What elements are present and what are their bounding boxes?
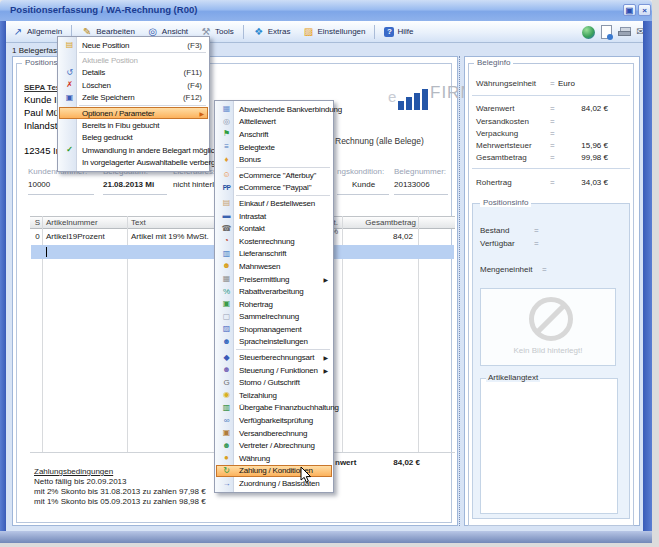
col-header-s[interactable]: S — [33, 218, 42, 227]
menu-item-storno-gutschrift[interactable]: GStorno / Gutschrift — [216, 376, 332, 389]
col-header-artikelnummer[interactable]: Artikelnummer — [46, 218, 98, 227]
toolbar-button-extras[interactable]: ❖Extras — [247, 25, 297, 39]
gesamtbetrag-row: Gesamtbetrag = 99,98 € — [476, 153, 608, 163]
menu-item-intrastat[interactable]: ▬Intrastat — [216, 210, 332, 223]
menu-item-steuerung-funktionen[interactable]: ☻Steuerung / Funktionen▶ — [216, 364, 332, 377]
window-shadow-bottom — [0, 543, 652, 547]
zahlungskondition-value: Kunde — [352, 180, 375, 189]
menu-item-aktuelle-position[interactable]: Aktuelle Position — [59, 54, 208, 66]
title-bar[interactable]: Positionserfassung / WA-Rechnung (R00) — [0, 0, 652, 22]
menu-item-teilzahlung[interactable]: ◉Teilzahlung — [216, 389, 332, 402]
verfuegbar-row: Verfügbar = — [480, 239, 600, 249]
currency-coin-icon: ● — [218, 454, 235, 462]
row-cell-s[interactable]: 0 — [33, 232, 42, 241]
col-header-text[interactable]: Text — [131, 218, 146, 227]
panel-splitter[interactable] — [459, 56, 463, 526]
belegnummer-value: 20133006 — [394, 180, 430, 189]
menu-item-label: Zeile Speichern — [78, 93, 135, 102]
menu-item-lieferanschrift[interactable]: ▥Lieferanschrift — [216, 248, 332, 261]
address-flag-icon: ⚑ — [218, 130, 235, 138]
menu-item-beleg-gedruckt[interactable]: Beleg gedruckt — [59, 132, 208, 144]
field-underline — [28, 194, 94, 195]
verpackung-row: Verpackung = — [476, 129, 608, 139]
mengeneinheit-row: Mengeneinheit = — [480, 265, 600, 275]
menu-shortcut: (F4) — [187, 81, 208, 90]
shop-icon: ▨ — [218, 325, 235, 333]
document-icon[interactable] — [601, 25, 612, 39]
menu-item-details[interactable]: ↺Details(F11) — [59, 67, 208, 79]
menu-item-belegtexte[interactable]: ≡Belegtexte — [216, 141, 332, 154]
menu-item-rohertrag[interactable]: ▣Rohertrag — [216, 298, 332, 311]
equals-sign: = — [550, 117, 555, 126]
row-cell-gesamtbetrag[interactable]: 84,02 — [345, 232, 413, 241]
equals-sign: = — [534, 239, 539, 248]
toolbar-separator — [374, 25, 375, 39]
mouse-cursor — [300, 466, 312, 484]
menu-item-bergabe-finanzbuchhaltung[interactable]: ▥Übergabe Finanzbuchhaltung — [216, 402, 332, 415]
menu-item-umwandlung-in-andere-belegart-m-glich[interactable]: ✓Umwandlung in andere Belegart möglich — [59, 144, 208, 156]
equals-sign: = — [542, 265, 547, 274]
mengeneinheit-label: Mengeneinheit — [480, 265, 532, 274]
dunning-person-icon: ☻ — [218, 262, 235, 270]
logo-partial-text: e — [388, 88, 396, 105]
customer-city-line: 12345 In — [24, 145, 61, 156]
toolbar-button-label: Ansicht — [162, 27, 188, 36]
col-header-gesamtbetrag[interactable]: Gesamtbetrag — [345, 218, 416, 227]
toolbar-button-label: Tools — [215, 27, 234, 36]
bestand-row: Bestand = — [480, 226, 600, 236]
menu-item-label: Aktuelle Position — [78, 56, 138, 65]
paypal-icon: PP — [218, 184, 235, 192]
menu-item-bereits-in-fibu-gebucht[interactable]: Bereits in Fibu gebucht — [59, 119, 208, 131]
menu-item-einkauf-bestellwesen[interactable]: ▤Einkauf / Bestellwesen — [216, 197, 332, 210]
equals-sign: = — [550, 141, 555, 150]
menu-item-ecommerce-afterbuy[interactable]: ☺eCommerce "Afterbuy" — [216, 169, 332, 182]
gesamtbetrag-value: 99,98 € — [581, 153, 608, 162]
restore-button[interactable]: ▣ — [623, 4, 636, 16]
menu-item-label: Kostenrechnung — [235, 237, 294, 246]
menu-item-rabattverarbeitung[interactable]: %Rabattverarbeitung — [216, 285, 332, 298]
menu-item-steuerberechnungsart[interactable]: ◆Steuerberechnungsart▶ — [216, 351, 332, 364]
menu-item-spracheinstellungen[interactable]: ☻Spracheinstellungen — [216, 336, 332, 349]
menu-item-label: Rabattverarbeitung — [235, 287, 303, 296]
menu-item-vertreter-abrechnung[interactable]: ☻Vertreter / Abrechnung — [216, 439, 332, 452]
menu-item-label: Belegtexte — [235, 143, 275, 152]
menu-item-in-vorgelagerter-auswahltabelle-verbergen[interactable]: In vorgelagerter Auswahltabelle verberge… — [59, 157, 208, 169]
menu-item-zuordnung-basisdaten[interactable]: →Zuordnung / Basisdaten — [216, 477, 332, 490]
menu-item-ecommerce-paypal[interactable]: PPeCommerce "Paypal" — [216, 182, 332, 195]
print-icon[interactable] — [618, 27, 631, 37]
menu-item-altteilewert[interactable]: ◎Altteilewert — [216, 116, 332, 129]
payment-line-3: mit 1% Skonto bis 05.09.2013 zu zahlen 9… — [34, 497, 206, 506]
window-border-bottom — [0, 531, 652, 543]
menu-item-zeile-speichern[interactable]: ▣Zeile Speichern(F12) — [59, 92, 208, 104]
equals-sign: = — [534, 226, 539, 235]
menu-item-versandberechnung[interactable]: ▣Versandberechnung — [216, 427, 332, 440]
menu-item-l-schen[interactable]: ✗Löschen(F4) — [59, 79, 208, 91]
toolbar-button-einstellungen[interactable]: ▨Einstellungen — [296, 25, 371, 39]
menu-item-neue-position[interactable]: ▤Neue Position(F3) — [59, 39, 208, 51]
close-button[interactable]: × — [638, 4, 651, 16]
menu-item-verf-gbarkeitspr-fung[interactable]: ∞Verfügbarkeitsprüfung — [216, 414, 332, 427]
menu-item-abweichende-bankverbindung[interactable]: ▦Abweichende Bankverbindung — [216, 103, 332, 116]
menu-item-kostenrechnung[interactable]: ◔Kostenrechnung — [216, 235, 332, 248]
menu-item-anschrift[interactable]: ⚑Anschrift — [216, 128, 332, 141]
sync-globe-icon[interactable] — [582, 26, 595, 39]
fibu-ledger-icon: ▥ — [218, 404, 235, 412]
row-cell-artikelnummer[interactable]: Artikel19Prozent — [46, 232, 105, 241]
menu-item-shopmanagement[interactable]: ▨Shopmanagement — [216, 323, 332, 336]
menu-item-mahnwesen[interactable]: ☻Mahnwesen — [216, 260, 332, 273]
article-image-placeholder: Kein Bild hinterlegt! — [480, 288, 616, 366]
zahlungskondition-label: ngskondition: — [337, 167, 384, 176]
row-cell-text[interactable]: Artikel mit 19% MwSt. — [131, 232, 209, 241]
menu-item-preisermittlung[interactable]: ▦Preisermittlung▶ — [216, 273, 332, 286]
menu-item-optionen-parameter[interactable]: Optionen / Parameter▶ — [59, 107, 208, 119]
menu-item-label: Teilzahlung — [235, 391, 277, 400]
menu-item-zahlung-konditionen[interactable]: ↻Zahlung / Konditionen — [216, 465, 332, 478]
artikellangtext-box[interactable] — [480, 378, 618, 514]
toolbar-button-hilfe[interactable]: ?Hilfe — [378, 25, 419, 39]
menu-item-sammelrechnung[interactable]: ▢Sammelrechnung — [216, 311, 332, 324]
document-texts-icon: ≡ — [218, 143, 235, 151]
customer-street-line: Inlandstr — [24, 120, 60, 131]
menu-item-kontakt[interactable]: ☎Kontakt — [216, 222, 332, 235]
menu-item-bonus[interactable]: ♦Bonus — [216, 153, 332, 166]
menu-item-w-hrung[interactable]: ●Währung — [216, 452, 332, 465]
